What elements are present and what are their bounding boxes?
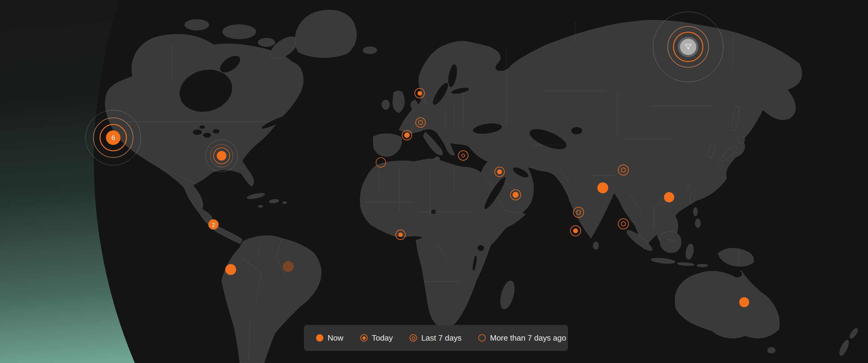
map-legend: NowTodayLast 7 daysMore than 7 days ago	[304, 325, 568, 351]
marker-inner-ring	[461, 154, 465, 157]
map-marker-greece[interactable]	[458, 150, 468, 161]
marker-inner-ring	[576, 210, 581, 215]
legend-label: Last 7 days	[421, 333, 461, 343]
map-marker-saudi-south[interactable]	[510, 189, 521, 200]
marker-dot	[513, 192, 519, 198]
map-marker-south-china[interactable]	[664, 192, 674, 202]
legend-last7-icon	[410, 334, 417, 341]
marker-dot	[573, 228, 578, 233]
map-marker-andaman[interactable]	[618, 219, 629, 229]
marker-dot	[404, 132, 410, 138]
map-marker-us-east[interactable]	[217, 151, 226, 161]
map-marker-peru[interactable]	[225, 264, 236, 275]
filter-button[interactable]	[680, 39, 696, 55]
marker-count: 2	[212, 222, 215, 228]
marker-inner-ring	[621, 222, 626, 226]
legend-label: Today	[372, 333, 393, 343]
map-marker-central-europe[interactable]	[415, 118, 426, 128]
map-marker-us-west[interactable]: 6	[106, 130, 121, 145]
legend-item-now: Now	[316, 333, 343, 343]
legend-now-icon	[316, 334, 323, 341]
marker-count: 6	[112, 135, 115, 141]
legend-label: More than 7 days ago	[490, 333, 566, 343]
pulse-ring	[213, 147, 230, 164]
legend-item-more7: More than 7 days ago	[478, 333, 566, 343]
legend-item-last7: Last 7 days	[410, 333, 461, 343]
map-marker-brazil[interactable]	[283, 261, 294, 272]
map-marker-himalaya[interactable]	[618, 165, 629, 175]
activity-map-screen: 62 NowTodayLast 7 daysMore than 7 days a…	[0, 0, 868, 363]
map-marker-india-south[interactable]	[570, 225, 581, 236]
funnel-icon	[684, 43, 692, 51]
map-marker-central-america[interactable]: 2	[208, 219, 219, 230]
marker-layer: 62	[0, 0, 868, 363]
map-marker-india-west[interactable]	[573, 207, 584, 218]
pulse-ring	[210, 144, 233, 167]
marker-dot	[497, 169, 502, 174]
legend-label: Now	[328, 333, 343, 343]
map-marker-france[interactable]	[402, 130, 412, 140]
pulse-ring	[206, 140, 238, 172]
map-marker-gibraltar[interactable]	[376, 157, 386, 168]
marker-dot	[398, 233, 403, 237]
marker-inner-ring	[418, 120, 423, 125]
marker-dot	[417, 91, 422, 96]
map-marker-australia[interactable]	[739, 297, 749, 307]
map-marker-saudi-north[interactable]	[494, 167, 505, 177]
legend-today-icon	[360, 334, 368, 341]
map-marker-norway[interactable]	[414, 88, 425, 98]
marker-inner-ring	[621, 168, 626, 172]
map-marker-india-north[interactable]	[597, 183, 608, 193]
legend-more7-icon	[478, 334, 486, 341]
map-marker-ghana[interactable]	[395, 230, 406, 240]
legend-item-today: Today	[360, 333, 393, 343]
